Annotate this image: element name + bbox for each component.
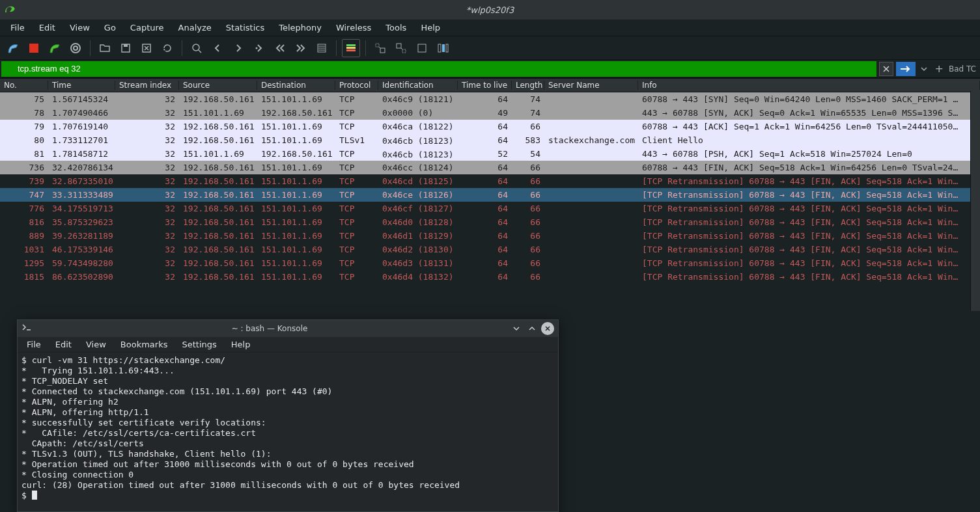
start-capture-button[interactable] (4, 39, 22, 57)
konsole-menu-file[interactable]: File (20, 338, 48, 351)
go-forward-button[interactable] (229, 39, 247, 57)
konsole-menu-icon[interactable] (21, 323, 32, 334)
packet-list-header[interactable]: No. Time Stream index Source Destination… (0, 78, 980, 92)
svg-point-1 (71, 44, 80, 53)
reload-file-button[interactable] (158, 39, 176, 57)
column-header-ident[interactable]: Identification (378, 81, 458, 90)
column-header-protocol[interactable]: Protocol (335, 81, 378, 90)
zoom-out-button[interactable] (392, 39, 410, 57)
konsole-menu-help[interactable]: Help (225, 338, 257, 351)
menu-tools[interactable]: Tools (379, 21, 413, 34)
go-to-last-button[interactable] (292, 39, 310, 57)
packet-cell: 32 (115, 245, 179, 254)
column-header-dest[interactable]: Destination (257, 81, 335, 90)
colorize-button[interactable] (342, 39, 360, 57)
packet-cell: TCP (335, 149, 378, 159)
close-button[interactable] (541, 322, 554, 335)
packet-cell: 151.101.1.69 (179, 108, 257, 118)
column-header-time[interactable]: Time (48, 81, 115, 90)
konsole-menu-settings[interactable]: Settings (175, 338, 223, 351)
maximize-button[interactable] (525, 322, 539, 335)
toolbar-separator (182, 40, 182, 56)
menu-telephony[interactable]: Telephony (272, 21, 328, 34)
zoom-in-button[interactable] (371, 39, 389, 57)
find-packet-button[interactable] (188, 39, 206, 57)
packet-row[interactable]: 751.56714532432192.168.50.161151.101.1.6… (0, 92, 980, 106)
zoom-reset-button[interactable] (413, 39, 431, 57)
packet-row[interactable]: 103146.17533914632192.168.50.161151.101.… (0, 243, 980, 256)
konsole-menu-edit[interactable]: Edit (49, 338, 78, 351)
packet-row[interactable]: 73632.42078613432192.168.50.161151.101.1… (0, 161, 980, 174)
menu-capture[interactable]: Capture (124, 21, 171, 34)
menu-wireless[interactable]: Wireless (329, 21, 378, 34)
go-to-packet-button[interactable] (250, 39, 268, 57)
packet-list-scrollbar[interactable] (970, 91, 980, 311)
packet-cell: 60788 → 443 [ACK] Seq=1 Ack=1 Win=64256 … (638, 122, 980, 131)
packet-row[interactable]: 88939.26328118932192.168.50.161151.101.1… (0, 229, 980, 243)
go-back-button[interactable] (208, 39, 227, 57)
restart-capture-button[interactable] (46, 39, 64, 57)
packet-row[interactable]: 129559.74349828032192.168.50.161151.101.… (0, 256, 980, 270)
add-filter-button[interactable]: + (932, 62, 946, 76)
column-header-stream[interactable]: Stream index (115, 81, 179, 90)
clear-filter-button[interactable] (879, 62, 893, 76)
column-header-no[interactable]: No. (0, 81, 48, 90)
packet-row[interactable]: 77634.17551971332192.168.50.161151.101.1… (0, 202, 980, 215)
terminal-output[interactable]: $ curl -vm 31 https://stackexchange.com/… (18, 353, 558, 511)
column-header-length[interactable]: Length (512, 81, 544, 90)
auto-scroll-button[interactable] (313, 39, 331, 57)
packet-cell: 1.567145324 (48, 94, 115, 104)
column-header-ttl[interactable]: Time to live (458, 81, 512, 90)
menu-file[interactable]: File (4, 21, 31, 34)
konsole-menu-bookmarks[interactable]: Bookmarks (114, 338, 175, 351)
menu-edit[interactable]: Edit (33, 21, 62, 34)
menu-help[interactable]: Help (414, 21, 447, 34)
packet-cell: 192.168.50.161 (179, 272, 257, 282)
packet-cell: 0x46cc (18124) (378, 163, 458, 172)
packet-row[interactable]: 791.70761914032192.168.50.161151.101.1.6… (0, 120, 980, 133)
konsole-menu-view[interactable]: View (79, 338, 113, 351)
packet-row[interactable]: 81635.87532962332192.168.50.161151.101.1… (0, 215, 980, 229)
packet-row[interactable]: 73932.86733501032192.168.50.161151.101.1… (0, 174, 980, 188)
menu-analyze[interactable]: Analyze (172, 21, 218, 34)
packet-cell: 1.707619140 (48, 122, 115, 131)
packet-row[interactable]: 181586.62350289032192.168.50.161151.101.… (0, 270, 980, 284)
minimize-button[interactable] (510, 322, 523, 335)
resize-columns-button[interactable] (434, 39, 452, 57)
filter-history-button[interactable] (918, 62, 930, 76)
packet-cell: 151.101.1.69 (257, 176, 335, 186)
open-file-button[interactable] (96, 39, 114, 57)
svg-point-7 (256, 47, 258, 49)
packet-cell: 80 (0, 135, 48, 145)
packet-row[interactable]: 811.78145871232151.101.1.69192.168.50.16… (0, 147, 980, 161)
menu-statistics[interactable]: Statistics (219, 21, 271, 34)
packet-cell: 1031 (0, 245, 48, 254)
konsole-menubar: File Edit View Bookmarks Settings Help (18, 337, 558, 353)
konsole-titlebar[interactable]: ~ : bash — Konsole (18, 320, 558, 337)
stop-capture-button[interactable] (25, 39, 43, 57)
packet-row[interactable]: 781.70749046632151.101.1.69192.168.50.16… (0, 106, 980, 120)
menu-go[interactable]: Go (98, 21, 122, 34)
packet-cell: 0x46d0 (18128) (378, 217, 458, 227)
close-file-button[interactable] (137, 39, 156, 57)
svg-rect-19 (446, 44, 448, 52)
display-filter-input[interactable] (1, 61, 876, 77)
menu-view[interactable]: View (63, 21, 96, 34)
packet-cell: 0x46cf (18127) (378, 204, 458, 213)
packet-row[interactable]: 801.73311270132192.168.50.161151.101.1.6… (0, 133, 980, 147)
column-header-server[interactable]: Server Name (544, 81, 638, 90)
capture-options-button[interactable] (66, 39, 85, 57)
packet-cell: TCP (335, 122, 378, 131)
packet-cell: 443 → 60788 [SYN, ACK] Seq=0 Ack=1 Win=6… (638, 108, 980, 118)
save-file-button[interactable] (117, 39, 135, 57)
column-header-info[interactable]: Info (638, 81, 980, 90)
column-header-source[interactable]: Source (179, 81, 257, 90)
packet-cell: 32.420786134 (48, 163, 115, 172)
packet-row[interactable]: 74733.31133348932192.168.50.161151.101.1… (0, 188, 980, 202)
packet-cell: 151.101.1.69 (257, 217, 335, 227)
apply-filter-button[interactable] (896, 62, 916, 76)
go-to-first-button[interactable] (271, 39, 289, 57)
toolbar-separator (365, 40, 366, 56)
packet-cell: 52 (458, 149, 512, 159)
packet-list[interactable]: 751.56714532432192.168.50.161151.101.1.6… (0, 92, 980, 284)
